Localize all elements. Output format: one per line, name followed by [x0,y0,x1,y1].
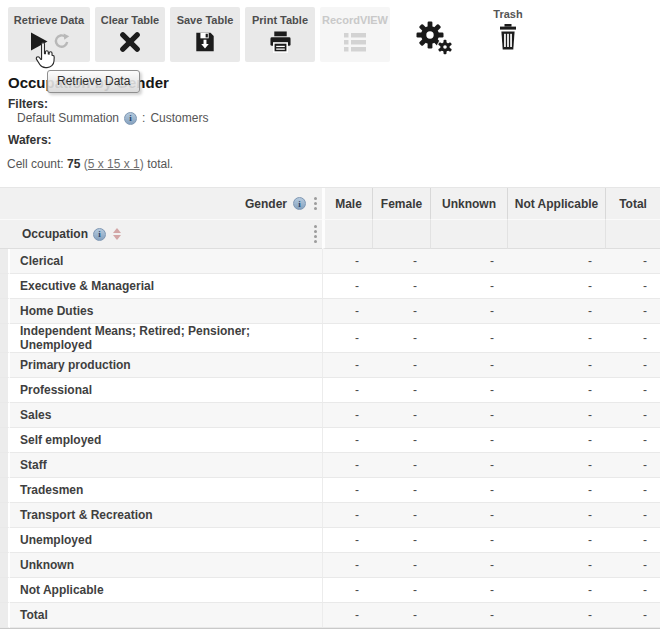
recordview-label: RecordVIEW [322,14,388,26]
trash-label: Trash [489,8,527,20]
row-gutter [0,428,10,453]
list-icon [344,32,366,52]
row-header[interactable]: Independent Means; Retired; Pensioner; U… [10,324,322,353]
row-gutter [0,403,10,428]
data-cell: - [430,578,507,603]
filter-item: Default Summation : Customers [17,111,208,125]
superweb-table-view: Retrieve Data Clear Table [0,0,664,629]
row-gutter [0,378,10,403]
info-icon[interactable] [93,228,106,241]
data-cell: - [605,528,660,553]
row-header[interactable]: Executive & Managerial [10,274,322,299]
data-cell: - [322,578,372,603]
data-cell: - [507,299,605,324]
row-header[interactable]: Self employed [10,428,322,453]
row-header[interactable]: Home Duties [10,299,322,324]
settings-button[interactable] [414,19,454,56]
crosstab-table: Gender Male Female Unknown Not Applicabl… [0,187,660,629]
data-cell: - [372,249,430,274]
data-cell: - [430,299,507,324]
column-header-male[interactable]: Male [322,188,372,220]
retrieve-data-label: Retrieve Data [14,14,84,26]
data-cell: - [322,478,372,503]
data-cell: - [322,353,372,378]
row-gutter [0,299,10,324]
data-cell: - [372,453,430,478]
data-cell: - [430,324,507,353]
print-table-label: Print Table [252,14,308,26]
trash-button[interactable]: Trash [489,8,527,50]
clear-table-button[interactable]: Clear Table [95,7,165,62]
tooltip-text: Retrieve Data [57,74,130,88]
data-cell: - [430,528,507,553]
row-dimension-header[interactable]: Occupation [0,220,322,249]
row-gutter [0,503,10,528]
row-header[interactable]: Total [10,603,322,628]
save-table-label: Save Table [177,14,234,26]
close-paren: ) [140,157,144,171]
row-header[interactable]: Sales [10,403,322,428]
table-row: Tradesmen----- [0,478,660,503]
data-cell: - [507,249,605,274]
row-header[interactable]: Transport & Recreation [10,503,322,528]
sort-icon[interactable] [113,228,121,240]
data-cell: - [430,478,507,503]
row-header[interactable]: Not Applicable [10,578,322,603]
data-cell: - [507,603,605,628]
data-cell: - [430,249,507,274]
column-header-total[interactable]: Total [605,188,660,220]
column-header-unknown[interactable]: Unknown [430,188,507,220]
data-cell: - [372,274,430,299]
row-header[interactable]: Tradesmen [10,478,322,503]
table-row: Primary production----- [0,353,660,378]
kebab-menu-icon[interactable] [312,196,319,211]
info-icon[interactable] [293,197,306,210]
table-row: Unknown----- [0,553,660,578]
data-cell: - [430,353,507,378]
filter-name: Default Summation [17,111,119,125]
row-header[interactable]: Professional [10,378,322,403]
data-cell: - [507,503,605,528]
data-cell: - [322,324,372,353]
data-cell: - [430,428,507,453]
column-header-not-applicable[interactable]: Not Applicable [507,188,605,220]
data-cell: - [605,578,660,603]
row-header[interactable]: Clerical [10,249,322,274]
data-cell: - [322,553,372,578]
save-table-button[interactable]: Save Table [170,7,240,62]
data-cell: - [605,403,660,428]
row-header[interactable]: Primary production [10,353,322,378]
data-cell: - [507,453,605,478]
clear-x-icon [119,31,141,53]
table-row: Not Applicable----- [0,578,660,603]
row-dimension-label: Occupation [22,227,88,241]
data-cell: - [322,428,372,453]
table-row: Home Duties----- [0,299,660,324]
filter-value: Customers [150,111,208,125]
info-icon[interactable] [124,112,137,125]
row-header[interactable]: Unemployed [10,528,322,553]
data-cell: - [605,603,660,628]
data-cell: - [322,299,372,324]
cell-count: Cell count: 75 (5 x 15 x 1) total. [7,157,173,171]
cell-count-value: 75 [67,157,80,171]
data-cell: - [605,478,660,503]
column-header-female[interactable]: Female [372,188,430,220]
table-row: Total----- [0,603,660,628]
data-cell: - [605,324,660,353]
data-cell: - [430,603,507,628]
column-dimension-header[interactable]: Gender [0,188,322,220]
table-row: Clerical----- [0,249,660,274]
row-gutter [0,324,10,353]
row-gutter [0,274,10,299]
row-header[interactable]: Unknown [10,553,322,578]
cell-count-breakdown-link[interactable]: 5 x 15 x 1 [88,157,140,171]
print-table-button[interactable]: Print Table [245,7,315,62]
clear-table-label: Clear Table [101,14,160,26]
data-cell: - [605,249,660,274]
kebab-menu-icon[interactable] [312,224,319,244]
row-header[interactable]: Staff [10,453,322,478]
row-gutter [0,478,10,503]
data-cell: - [430,553,507,578]
row-gutter [0,453,10,478]
